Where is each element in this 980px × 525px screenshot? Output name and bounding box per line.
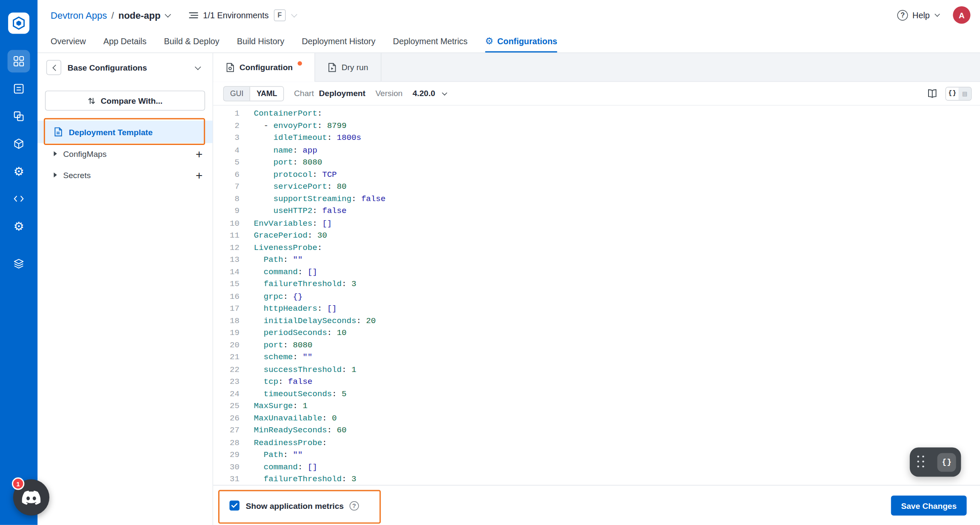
code-line[interactable]: 31 failureThreshold: 3 bbox=[213, 473, 980, 485]
code-line[interactable]: 20 port: 8080 bbox=[213, 339, 980, 351]
line-number: 19 bbox=[213, 327, 239, 339]
notification-badge: 1 bbox=[12, 477, 24, 490]
tab-configurations[interactable]: ⚙ Configurations bbox=[485, 30, 557, 53]
devtron-logo[interactable] bbox=[8, 12, 29, 34]
tab-overview[interactable]: Overview bbox=[51, 30, 86, 53]
line-number: 31 bbox=[213, 473, 239, 485]
floating-editor-widget: { } bbox=[910, 448, 961, 477]
code-line[interactable]: 1ContainerPort: bbox=[213, 108, 980, 120]
code-line[interactable]: 16 grpc: {} bbox=[213, 290, 980, 303]
code-line[interactable]: 29 Path: "" bbox=[213, 448, 980, 461]
code-line[interactable]: 26MaxUnavailable: 0 bbox=[213, 412, 980, 424]
sidebar-item-configmaps[interactable]: ConfigMaps + bbox=[37, 143, 213, 165]
code-line[interactable]: 13 Path: "" bbox=[213, 254, 980, 266]
code-line[interactable]: 27MinReadySeconds: 60 bbox=[213, 424, 980, 437]
code-text: MinReadySeconds: 60 bbox=[239, 424, 347, 437]
line-number: 3 bbox=[213, 132, 239, 144]
readme-button[interactable] bbox=[927, 88, 938, 99]
code-line[interactable]: 11GracePeriod: 30 bbox=[213, 229, 980, 241]
code-line[interactable]: 10EnvVariables: [] bbox=[213, 217, 980, 230]
code-line[interactable]: 14 command: [] bbox=[213, 266, 980, 278]
code-line[interactable]: 24 timeoutSeconds: 5 bbox=[213, 388, 980, 400]
code-line[interactable]: 17 httpHeaders: [] bbox=[213, 302, 980, 315]
code-text: port: 8080 bbox=[239, 339, 312, 351]
sidebar-item-application-groups[interactable] bbox=[8, 105, 30, 128]
panel-collapse-chevron-icon[interactable] bbox=[195, 63, 201, 70]
code-line[interactable]: 21 scheme: "" bbox=[213, 351, 980, 363]
tab-build-and-deploy[interactable]: Build & Deploy bbox=[164, 30, 219, 53]
sidebar-item-resource-browser[interactable] bbox=[8, 133, 30, 155]
code-line[interactable]: 7 servicePort: 80 bbox=[213, 181, 980, 193]
tab-app-details[interactable]: App Details bbox=[103, 30, 146, 53]
code-line[interactable]: 6 protocol: TCP bbox=[213, 168, 980, 181]
discord-chat-widget[interactable]: 1 bbox=[13, 479, 49, 515]
sidebar-item-stack-manager[interactable] bbox=[8, 253, 30, 275]
compare-with-button[interactable]: Compare With... bbox=[45, 91, 205, 111]
raw-code-view-icon[interactable]: { } bbox=[946, 87, 958, 99]
code-line[interactable]: 22 successThreshold: 1 bbox=[213, 363, 980, 376]
add-configmap-button[interactable]: + bbox=[196, 148, 202, 160]
help-chevron-icon bbox=[934, 11, 940, 17]
code-line[interactable]: 28ReadinessProbe: bbox=[213, 437, 980, 449]
chart-version-selector[interactable]: 4.20.0 bbox=[413, 89, 447, 98]
code-text: failureThreshold: 3 bbox=[239, 278, 356, 290]
tab-deployment-history[interactable]: Deployment History bbox=[302, 30, 376, 53]
tab-configuration[interactable]: Configuration bbox=[213, 53, 315, 81]
compare-view-icon[interactable]: ▤ bbox=[959, 87, 971, 99]
sidebar-item-secrets[interactable]: Secrets + bbox=[37, 165, 213, 186]
line-number: 13 bbox=[213, 254, 239, 266]
code-text: port: 8080 bbox=[239, 156, 322, 169]
floating-code-button[interactable]: { } bbox=[937, 453, 956, 471]
application-groups-icon bbox=[13, 111, 24, 122]
show-application-metrics-checkbox[interactable] bbox=[229, 500, 239, 511]
metrics-help-icon[interactable]: ? bbox=[349, 501, 359, 510]
drag-handle-dots-icon[interactable] bbox=[917, 456, 925, 469]
code-line[interactable]: 25MaxSurge: 1 bbox=[213, 400, 980, 412]
sidebar-item-chart-store[interactable]: ⚙ bbox=[8, 160, 30, 182]
breadcrumb-devtron-apps-link[interactable]: Devtron Apps bbox=[51, 10, 107, 20]
tab-dry-run[interactable]: Dry run bbox=[315, 53, 381, 81]
line-number: 16 bbox=[213, 290, 239, 303]
yaml-editor[interactable]: 1ContainerPort:2 - envoyPort: 87993 idle… bbox=[213, 105, 980, 485]
save-changes-button[interactable]: Save Changes bbox=[891, 496, 967, 516]
sidebar-item-jobs[interactable] bbox=[8, 77, 30, 100]
breadcrumb-app-name[interactable]: node-app bbox=[118, 10, 160, 20]
help-menu[interactable]: ? Help bbox=[897, 10, 939, 20]
app-switcher-chevron-icon[interactable] bbox=[165, 11, 171, 17]
code-line[interactable]: 15 failureThreshold: 3 bbox=[213, 278, 980, 290]
line-number: 30 bbox=[213, 461, 239, 473]
sidebar-item-global-config[interactable]: ⚙ bbox=[8, 215, 30, 238]
app-nav-tabs: Overview App Details Build & Deploy Buil… bbox=[37, 30, 980, 53]
code-text: EnvVariables: [] bbox=[239, 217, 332, 230]
editor-footer: Show application metrics ? Save Changes bbox=[213, 485, 980, 525]
line-number: 8 bbox=[213, 193, 239, 205]
sidebar-item-deployment-template[interactable]: Deployment Template bbox=[37, 121, 213, 143]
code-line[interactable]: 8 supportStreaming: false bbox=[213, 193, 980, 205]
code-line[interactable]: 9 useHTTP2: false bbox=[213, 205, 980, 217]
applications-grid-icon bbox=[13, 56, 24, 67]
primary-sidebar: ⚙ ⚙ bbox=[0, 0, 37, 525]
code-line[interactable]: 12LivenessProbe: bbox=[213, 241, 980, 254]
code-line[interactable]: 5 port: 8080 bbox=[213, 156, 980, 169]
sidebar-item-code[interactable] bbox=[8, 187, 30, 210]
add-secret-button[interactable]: + bbox=[196, 169, 202, 181]
checkmark-icon bbox=[231, 503, 238, 508]
code-line[interactable]: 3 idleTimeout: 1800s bbox=[213, 132, 980, 144]
gui-mode-option[interactable]: GUI bbox=[224, 87, 250, 100]
sidebar-item-applications[interactable] bbox=[8, 50, 30, 73]
code-line[interactable]: 30 command: [] bbox=[213, 461, 980, 473]
code-line[interactable]: 23 tcp: false bbox=[213, 375, 980, 388]
tab-build-history[interactable]: Build History bbox=[237, 30, 284, 53]
user-avatar[interactable]: A bbox=[953, 6, 970, 24]
code-line[interactable]: 2 - envoyPort: 8799 bbox=[213, 120, 980, 132]
code-brackets-icon bbox=[13, 194, 24, 204]
code-line[interactable]: 4 name: app bbox=[213, 144, 980, 156]
yaml-mode-option[interactable]: YAML bbox=[250, 87, 283, 100]
back-button[interactable] bbox=[46, 60, 61, 75]
code-line[interactable]: 18 initialDelaySeconds: 20 bbox=[213, 315, 980, 327]
code-line[interactable]: 19 periodSeconds: 10 bbox=[213, 327, 980, 339]
tab-deployment-metrics[interactable]: Deployment Metrics bbox=[393, 30, 467, 53]
environment-selector[interactable]: 1/1 Environments F bbox=[189, 9, 296, 21]
line-number: 28 bbox=[213, 437, 239, 449]
version-label: Version bbox=[376, 89, 403, 98]
